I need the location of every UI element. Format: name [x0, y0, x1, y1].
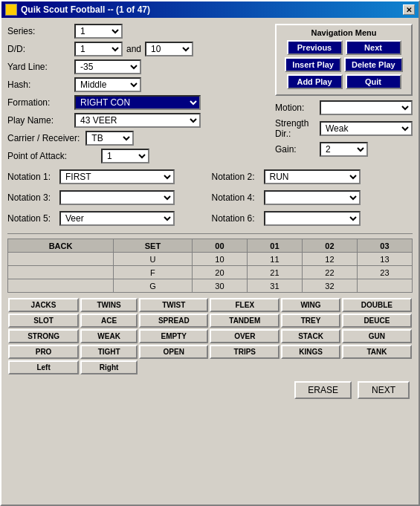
grid-cell-back-1[interactable]	[8, 253, 114, 266]
formation-trey[interactable]: TREY	[281, 314, 340, 328]
playname-select[interactable]: 43 VEER	[74, 113, 201, 128]
hash-select[interactable]: Middle	[74, 77, 141, 92]
grid-row-3: G 30 31 32	[8, 279, 413, 293]
formation-row-3: STRONG WEAK EMPTY OVER STACK GUN	[7, 328, 413, 344]
formation-tight[interactable]: TIGHT	[80, 345, 138, 359]
previous-button[interactable]: Previous	[287, 40, 343, 55]
formation-wing[interactable]: WING	[281, 298, 340, 312]
carrier-select[interactable]: TB	[85, 131, 134, 146]
grid-cell-30[interactable]: 30	[192, 279, 247, 293]
poa-label: Point of Attack:	[7, 151, 74, 161]
formation-tandem[interactable]: TANDEM	[210, 314, 280, 328]
grid-cell-F[interactable]: F	[114, 266, 193, 279]
grid-cell-33[interactable]	[357, 279, 412, 293]
series-select[interactable]: 1	[74, 24, 123, 39]
playname-row: Play Name: 43 VEER	[7, 113, 269, 128]
grid-header-01[interactable]: 01	[247, 239, 302, 253]
grid-cell-23[interactable]: 23	[357, 266, 412, 279]
grid-header-back[interactable]: BACK	[8, 239, 114, 253]
gain-row: Gain: 2	[275, 142, 413, 157]
formation-jacks[interactable]: JACKS	[8, 298, 79, 312]
grid-cell-back-3[interactable]	[8, 279, 114, 293]
notation3-select[interactable]	[59, 190, 175, 205]
quit-button[interactable]: Quit	[346, 74, 401, 89]
yard-select[interactable]: -35	[74, 59, 141, 74]
motion-select[interactable]	[320, 100, 413, 115]
add-play-button[interactable]: Add Play	[287, 74, 343, 89]
bottom-buttons: ERASE NEXT	[7, 381, 413, 399]
formation-empty[interactable]: EMPTY	[139, 329, 208, 343]
window: Quik Scout Football -- (1 of 47) ✕ Serie…	[0, 0, 420, 506]
formation-right[interactable]: Right	[80, 360, 138, 374]
grid-cell-31[interactable]: 31	[247, 279, 302, 293]
formation-double[interactable]: DOUBLE	[342, 298, 412, 312]
delete-play-button[interactable]: Delete Play	[344, 57, 403, 72]
grid-cell-10[interactable]: 10	[192, 253, 247, 266]
carrier-label: Carrier / Receiver:	[7, 133, 80, 143]
notation-section: Notation 1: FIRST Notation 2: RUN Notati…	[7, 169, 413, 229]
formation-strong[interactable]: STRONG	[8, 329, 79, 343]
grid-cell-U[interactable]: U	[114, 253, 193, 266]
formation-flex[interactable]: FLEX	[210, 298, 280, 312]
nav-row-1: Previous Next	[281, 40, 407, 55]
next-bottom-button[interactable]: NEXT	[358, 381, 410, 399]
notation2-select[interactable]: RUN	[264, 169, 361, 184]
formation-twins[interactable]: TWINS	[80, 298, 138, 312]
yard-label: Yard Line:	[7, 62, 74, 72]
formation-over[interactable]: OVER	[210, 329, 280, 343]
grid-header-set[interactable]: SET	[114, 239, 193, 253]
notation1-select[interactable]: FIRST	[59, 169, 175, 184]
formation-pro[interactable]: PRO	[8, 345, 79, 359]
grid-cell-22[interactable]: 22	[302, 266, 357, 279]
formation-spread[interactable]: SPREAD	[139, 314, 208, 328]
grid-cell-back-2[interactable]	[8, 266, 114, 279]
dd-label: D/D:	[7, 44, 74, 54]
grid-cell-G[interactable]: G	[114, 279, 193, 293]
dd-and-select[interactable]: 10	[145, 42, 193, 56]
formation-deuce[interactable]: DEUCE	[342, 314, 412, 328]
grid-cell-13[interactable]: 13	[357, 253, 412, 266]
close-button[interactable]: ✕	[403, 4, 415, 15]
formation-row: Formation: RIGHT CON	[7, 95, 269, 110]
notation5-select[interactable]: Veer	[59, 211, 175, 226]
formation-kings[interactable]: KINGS	[281, 345, 340, 359]
strength-label: Strength Dir.:	[275, 118, 320, 139]
formation-slot[interactable]: SLOT	[8, 314, 79, 328]
grid-cell-11[interactable]: 11	[247, 253, 302, 266]
poa-select[interactable]: 1	[101, 149, 149, 163]
formation-twist[interactable]: TWIST	[139, 298, 208, 312]
gain-select[interactable]: 2	[320, 142, 368, 157]
formation-weak[interactable]: WEAK	[80, 329, 138, 343]
grid-cell-20[interactable]: 20	[192, 266, 247, 279]
formation-left[interactable]: Left	[8, 360, 79, 374]
notation6-select[interactable]	[264, 211, 361, 226]
formation-row-5: Left Right	[7, 360, 413, 375]
form-area: Series: 1 D/D: 1 and 10 Yard Lin	[7, 24, 269, 166]
formation-select[interactable]: RIGHT CON	[74, 95, 201, 110]
main-content: Series: 1 D/D: 1 and 10 Yard Lin	[1, 18, 419, 403]
strength-select[interactable]: Weak	[320, 121, 413, 136]
formation-open[interactable]: OPEN	[139, 345, 208, 359]
grid-header-03[interactable]: 03	[357, 239, 412, 253]
notation4-row: Notation 4:	[212, 190, 413, 205]
dd-select[interactable]: 1	[74, 42, 123, 56]
insert-play-button[interactable]: Insert Play	[285, 57, 341, 72]
right-fields: Motion: Strength Dir.: Weak Gain:	[275, 100, 413, 157]
grid-header-02[interactable]: 02	[302, 239, 357, 253]
grid-cell-12[interactable]: 12	[302, 253, 357, 266]
formation-gun[interactable]: GUN	[342, 329, 412, 343]
formation-stack[interactable]: STACK	[281, 329, 340, 343]
formation-ace[interactable]: ACE	[80, 314, 138, 328]
formation-row-4: PRO TIGHT OPEN TRIPS KINGS TANK	[7, 344, 413, 360]
grid-cell-21[interactable]: 21	[247, 266, 302, 279]
next-button[interactable]: Next	[346, 40, 401, 55]
grid-cell-32[interactable]: 32	[302, 279, 357, 293]
notation4-select[interactable]	[264, 190, 361, 205]
series-label: Series:	[7, 26, 74, 36]
erase-button[interactable]: ERASE	[294, 381, 352, 399]
yard-row: Yard Line: -35	[7, 59, 269, 74]
formation-tank[interactable]: TANK	[342, 345, 412, 359]
notation3-row: Notation 3:	[7, 190, 209, 205]
grid-header-00[interactable]: 00	[192, 239, 247, 253]
formation-trips[interactable]: TRIPS	[210, 345, 280, 359]
